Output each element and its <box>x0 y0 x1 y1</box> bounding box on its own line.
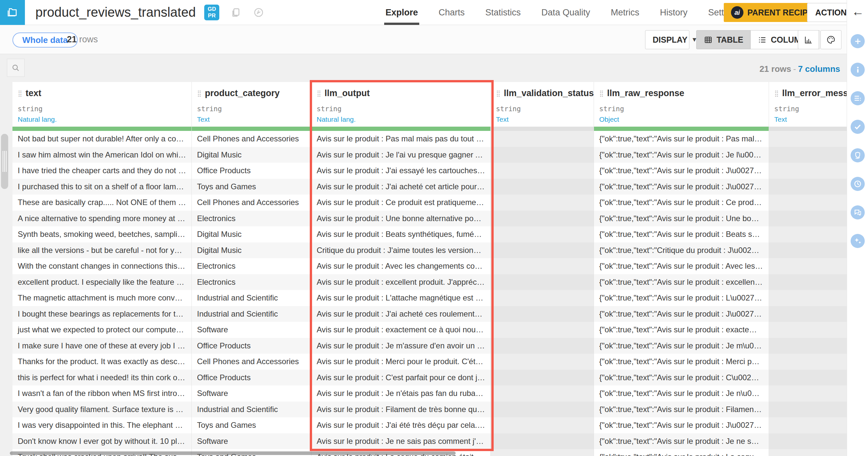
table-cell[interactable]: Digital Music <box>192 147 311 163</box>
ai-assistant-sparkles-icon[interactable] <box>850 234 865 248</box>
table-cell[interactable] <box>491 290 594 306</box>
table-cell[interactable]: Avis sur le produit : Une bonne alternat… <box>311 210 490 227</box>
table-cell[interactable] <box>491 147 594 163</box>
table-cell[interactable] <box>769 290 847 306</box>
table-cell[interactable]: {"ok":true,"text":"Avis sur le produit :… <box>594 370 769 386</box>
table-cell[interactable] <box>769 338 847 354</box>
column-meaning[interactable]: Text <box>496 115 594 123</box>
vertical-scrollbar[interactable] <box>1 134 8 189</box>
drag-handle-icon[interactable]: ⣿ <box>496 90 500 97</box>
gdpr-badge[interactable]: GD PR <box>204 5 219 20</box>
table-cell[interactable]: The magnetic attachment is much more con… <box>12 290 191 306</box>
table-cell[interactable] <box>769 386 847 402</box>
watch-icon[interactable] <box>252 6 265 19</box>
table-cell[interactable]: Avis sur le produit : J'ai acheté ces ro… <box>311 306 490 322</box>
copy-icon[interactable] <box>229 6 242 19</box>
table-cell[interactable]: Software <box>192 386 311 402</box>
table-cell[interactable]: Not bad but super not durable! After onl… <box>12 131 191 147</box>
table-cell[interactable]: Electronics <box>192 258 311 274</box>
column-header-llm_raw_response[interactable]: ⣿llm_raw_responsestringObject <box>594 82 769 126</box>
table-cell[interactable] <box>491 338 594 354</box>
table-cell[interactable]: Software <box>192 433 311 450</box>
table-cell[interactable]: Very good quality filament. Surface text… <box>12 402 191 418</box>
quick-chart-button[interactable] <box>798 30 819 49</box>
table-cell[interactable]: Don't know know I ever got by without it… <box>12 433 191 450</box>
table-cell[interactable] <box>491 131 594 147</box>
table-cell[interactable] <box>491 370 594 386</box>
color-palette-button[interactable] <box>820 30 841 49</box>
table-cell[interactable] <box>769 354 847 370</box>
table-cell[interactable]: Avis sur le produit : exactement ce à qu… <box>311 322 490 338</box>
table-cell[interactable] <box>769 163 847 179</box>
table-cell[interactable] <box>491 210 594 227</box>
table-cell[interactable] <box>491 258 594 274</box>
info-icon[interactable] <box>850 63 865 77</box>
table-cell[interactable]: A nice alternative to spending more mone… <box>12 210 191 227</box>
table-cell[interactable] <box>769 370 847 386</box>
tab-explore[interactable]: Explore <box>385 0 418 25</box>
table-cell[interactable]: {"ok":true,"text":"Avis sur le produit :… <box>594 210 769 227</box>
table-cell[interactable]: Office Products <box>192 338 311 354</box>
table-cell[interactable] <box>491 433 594 450</box>
table-cell[interactable] <box>491 402 594 418</box>
column-meaning[interactable]: Natural lang. <box>317 115 490 123</box>
table-cell[interactable] <box>491 354 594 370</box>
table-cell[interactable]: {"ok":true,"text":"Avis sur le produit :… <box>594 195 769 210</box>
table-cell[interactable]: Cell Phones and Accessories <box>192 195 311 210</box>
table-cell[interactable] <box>769 322 847 338</box>
table-cell[interactable]: Industrial and Scientific <box>192 290 311 306</box>
table-cell[interactable] <box>769 417 847 433</box>
table-cell[interactable]: Electronics <box>192 274 311 290</box>
table-cell[interactable] <box>769 243 847 258</box>
table-cell[interactable]: Avis sur le produit : C'est parfait pour… <box>311 370 490 386</box>
drag-handle-icon[interactable]: ⣿ <box>197 90 202 97</box>
table-cell[interactable] <box>491 179 594 195</box>
table-cell[interactable]: I bought these bearings as replacements … <box>12 306 191 322</box>
column-meaning[interactable]: Natural lang. <box>18 115 191 123</box>
table-cell[interactable]: {"ok":true,"text":"Avis sur le produit :… <box>594 417 769 433</box>
table-cell[interactable]: Digital Music <box>192 226 311 243</box>
table-cell[interactable]: {"ok":true,"text":"Avis sur le produit :… <box>594 338 769 354</box>
column-meaning[interactable]: Text <box>197 115 311 123</box>
display-dropdown[interactable]: DISPLAY ▼ <box>645 30 689 49</box>
table-cell[interactable] <box>769 147 847 163</box>
tab-history[interactable]: History <box>660 0 687 25</box>
table-cell[interactable] <box>769 195 847 210</box>
table-cell[interactable]: like all the versions - but be careful -… <box>12 243 191 258</box>
table-cell[interactable]: Thanks for the product. It was exactly a… <box>12 354 191 370</box>
table-cell[interactable] <box>769 402 847 418</box>
table-cell[interactable]: Toys and Games <box>192 179 311 195</box>
table-cell[interactable]: Avis sur le produit : Je l'ai vu presque… <box>311 147 490 163</box>
drag-handle-icon[interactable]: ⣿ <box>599 90 604 97</box>
table-cell[interactable]: {"ok":true,"text":"Avis sur le produit :… <box>594 258 769 274</box>
table-cell[interactable] <box>491 195 594 210</box>
table-cell[interactable]: just what we expected to protect our com… <box>12 322 191 338</box>
table-cell[interactable]: Electronics <box>192 210 311 227</box>
table-cell[interactable]: I wasn't a fan of the ribbon when MS fir… <box>12 386 191 402</box>
column-header-llm_output[interactable]: ⣿llm_outputstringNatural lang. <box>311 82 490 126</box>
table-info-columns[interactable]: 7 columns <box>798 64 840 74</box>
table-cell[interactable]: I saw him almost win the American Idol o… <box>12 147 191 163</box>
table-cell[interactable] <box>491 274 594 290</box>
table-cell[interactable]: Cell Phones and Accessories <box>192 354 311 370</box>
table-cell[interactable] <box>491 163 594 179</box>
table-cell[interactable] <box>491 449 594 456</box>
table-cell[interactable]: Avis sur le produit : Ce produit est pra… <box>311 195 490 210</box>
table-cell[interactable] <box>491 306 594 322</box>
plus-icon[interactable] <box>850 34 865 48</box>
table-cell[interactable]: I purchased this to sit on a shelf of a … <box>12 179 191 195</box>
horizontal-scrollbar[interactable] <box>10 451 456 455</box>
table-cell[interactable] <box>491 243 594 258</box>
table-cell[interactable]: These are basically crap..... Not ONE of… <box>12 195 191 210</box>
column-header-product_category[interactable]: ⣿product_categorystringText <box>192 82 311 126</box>
dataset-folder-icon[interactable] <box>0 0 25 25</box>
table-cell[interactable] <box>769 258 847 274</box>
column-header-llm_validation_status[interactable]: ⣿llm_validation_statusstringText <box>491 82 594 126</box>
column-meaning[interactable]: Text <box>774 115 847 123</box>
table-cell[interactable] <box>769 226 847 243</box>
parent-recipe-button[interactable]: ai PARENT RECIPE <box>724 3 820 22</box>
table-view-button[interactable]: TABLE <box>696 30 751 49</box>
table-cell[interactable]: {"ok":true,"text":"Avis sur le produit :… <box>594 402 769 418</box>
table-cell[interactable]: Industrial and Scientific <box>192 402 311 418</box>
table-cell[interactable]: {"ok":true,"text":"Avis sur le produit :… <box>594 147 769 163</box>
